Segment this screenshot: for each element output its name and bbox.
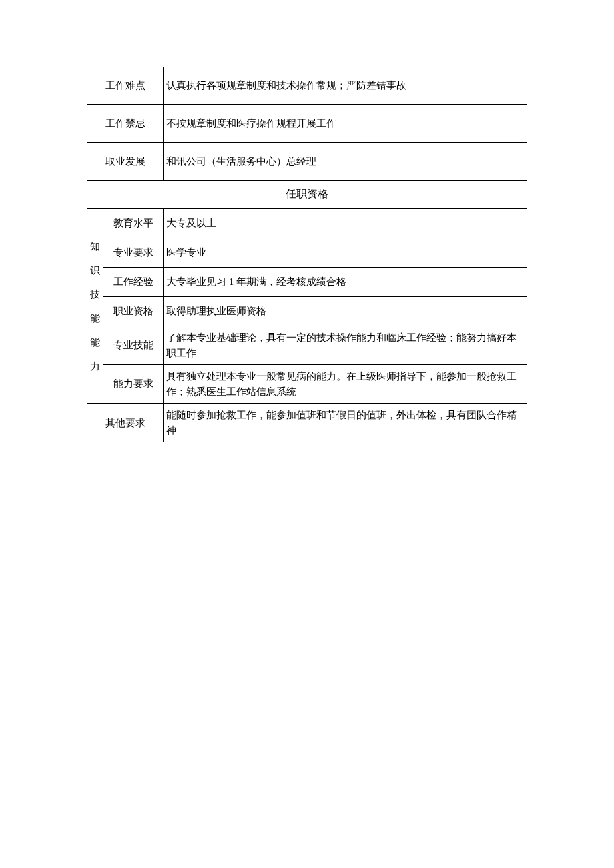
row-label-other-req: 其他要求 (87, 404, 164, 442)
sub-content-pro-skill: 了解本专业基础理论，具有一定的技术操作能力和临床工作经验；能努力搞好本职工作 (164, 326, 527, 365)
sub-label-pro-skill: 专业技能 (103, 326, 164, 365)
sub-content-experience: 大专毕业见习 1 年期满，经考核成绩合格 (164, 268, 527, 297)
sub-content-education: 大专及以上 (164, 209, 527, 238)
sub-label-ability: 能力要求 (103, 365, 164, 404)
row-label-career-dev: 取业发展 (87, 143, 164, 181)
row-label-work-taboo: 工作禁忌 (87, 105, 164, 143)
sub-label-cert: 职业资格 (103, 297, 164, 326)
row-content-other-req: 能随时参加抢救工作，能参加值班和节假日的值班，外出体检，具有团队合作精神 (164, 404, 527, 442)
sub-label-experience: 工作经验 (103, 268, 164, 297)
sub-content-ability: 具有独立处理本专业一般常见病的能力。在上级医师指导下，能参加一般抢救工作；熟悉医… (164, 365, 527, 404)
row-content-work-difficulty: 认真执行各项规章制度和技术操作常规；严防差错事故 (164, 67, 527, 105)
sub-label-education: 教育水平 (103, 209, 164, 238)
sub-label-major: 专业要求 (103, 238, 164, 268)
sub-content-major: 医学专业 (164, 238, 527, 268)
row-content-career-dev: 和讯公司（生活服务中心）总经理 (164, 143, 527, 181)
job-spec-table: 工作难点 认真执行各项规章制度和技术操作常规；严防差错事故 工作禁忌 不按规章制… (87, 67, 527, 442)
row-label-work-difficulty: 工作难点 (87, 67, 164, 105)
section-header-qualification: 任职资格 (87, 181, 527, 209)
sub-content-cert: 取得助理执业医师资格 (164, 297, 527, 326)
row-label-knowledge: 知识技能能力 (87, 209, 103, 404)
row-content-work-taboo: 不按规章制度和医疗操作规程开展工作 (164, 105, 527, 143)
